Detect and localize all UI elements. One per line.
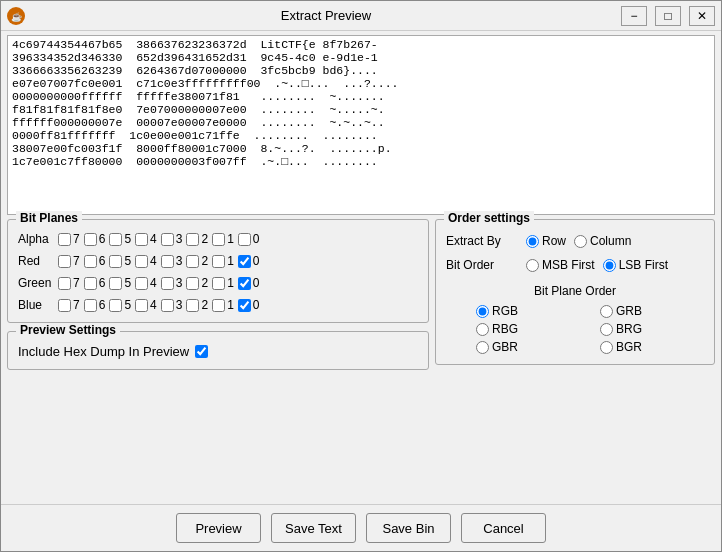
preview-line: ffffff000000007e 00007e00007e0000 ......… [12,116,710,129]
bpo-radio-brg[interactable] [600,323,613,336]
bit-number: 1 [227,298,234,312]
cancel-button[interactable]: Cancel [461,513,546,543]
bit-item-blue-0[interactable]: 0 [238,298,260,312]
minimize-button[interactable]: − [621,6,647,26]
bit-checkbox-blue-1[interactable] [212,299,225,312]
bit-item-blue-2[interactable]: 2 [186,298,208,312]
bit-checkbox-blue-0[interactable] [238,299,251,312]
extract-by-column-option[interactable]: Column [574,234,631,248]
bit-checkbox-blue-6[interactable] [84,299,97,312]
bit-checkbox-red-4[interactable] [135,255,148,268]
bit-item-alpha-2[interactable]: 2 [186,232,208,246]
extract-by-column-radio[interactable] [574,235,587,248]
bit-checkbox-alpha-0[interactable] [238,233,251,246]
save-text-button[interactable]: Save Text [271,513,356,543]
bit-checkbox-red-5[interactable] [109,255,122,268]
preview-text-area[interactable]: 4c69744354467b65 386637623236372d LitCTF… [7,35,715,215]
bpo-radio-rbg[interactable] [476,323,489,336]
bit-item-green-0[interactable]: 0 [238,276,260,290]
bpo-option-bgr[interactable]: BGR [600,340,704,354]
maximize-button[interactable]: □ [655,6,681,26]
bit-checkbox-red-6[interactable] [84,255,97,268]
bit-item-red-0[interactable]: 0 [238,254,260,268]
bpo-option-rgb[interactable]: RGB [476,304,580,318]
bpo-option-gbr[interactable]: GBR [476,340,580,354]
bit-checkbox-alpha-7[interactable] [58,233,71,246]
bit-item-alpha-4[interactable]: 4 [135,232,157,246]
bit-checkbox-blue-5[interactable] [109,299,122,312]
bottom-bar: Preview Save Text Save Bin Cancel [1,504,721,551]
bpo-option-rbg[interactable]: RBG [476,322,580,336]
save-bin-button[interactable]: Save Bin [366,513,451,543]
bpo-radio-gbr[interactable] [476,341,489,354]
close-button[interactable]: ✕ [689,6,715,26]
lsb-first-option[interactable]: LSB First [603,258,668,272]
bit-item-blue-7[interactable]: 7 [58,298,80,312]
bit-checkbox-alpha-4[interactable] [135,233,148,246]
bit-checkbox-alpha-6[interactable] [84,233,97,246]
bit-checkbox-red-7[interactable] [58,255,71,268]
bit-checkbox-blue-7[interactable] [58,299,71,312]
bit-item-green-7[interactable]: 7 [58,276,80,290]
bit-checkbox-green-0[interactable] [238,277,251,290]
bit-item-red-1[interactable]: 1 [212,254,234,268]
bit-item-red-5[interactable]: 5 [109,254,131,268]
bit-item-alpha-3[interactable]: 3 [161,232,183,246]
bit-checkbox-green-4[interactable] [135,277,148,290]
bit-item-red-2[interactable]: 2 [186,254,208,268]
bit-checkbox-green-6[interactable] [84,277,97,290]
preview-button[interactable]: Preview [176,513,261,543]
bit-checkbox-green-3[interactable] [161,277,174,290]
bit-item-red-7[interactable]: 7 [58,254,80,268]
bit-checkbox-green-7[interactable] [58,277,71,290]
bit-item-alpha-6[interactable]: 6 [84,232,106,246]
bit-checkbox-alpha-5[interactable] [109,233,122,246]
bpo-radio-rgb[interactable] [476,305,489,318]
bpo-radio-grb[interactable] [600,305,613,318]
bit-item-blue-1[interactable]: 1 [212,298,234,312]
bit-checkbox-green-5[interactable] [109,277,122,290]
bit-item-red-4[interactable]: 4 [135,254,157,268]
preview-line: 0000ff81fffffff 1c0e00e001c71ffe .......… [12,129,710,142]
bit-item-blue-3[interactable]: 3 [161,298,183,312]
bit-checkbox-blue-4[interactable] [135,299,148,312]
bit-item-alpha-1[interactable]: 1 [212,232,234,246]
bpo-radio-bgr[interactable] [600,341,613,354]
bpo-option-grb[interactable]: GRB [600,304,704,318]
bit-item-blue-4[interactable]: 4 [135,298,157,312]
bit-item-red-6[interactable]: 6 [84,254,106,268]
bit-checkbox-green-1[interactable] [212,277,225,290]
main-window: ☕ Extract Preview − □ ✕ 4c69744354467b65… [0,0,722,552]
bit-checkbox-alpha-3[interactable] [161,233,174,246]
bit-item-green-2[interactable]: 2 [186,276,208,290]
preview-line: 396334352d346330 652d396431652d31 9c45-4… [12,51,710,64]
bit-checkbox-red-0[interactable] [238,255,251,268]
bit-checkbox-blue-2[interactable] [186,299,199,312]
bit-checkbox-red-2[interactable] [186,255,199,268]
bpo-option-brg[interactable]: BRG [600,322,704,336]
bit-number: 0 [253,298,260,312]
bit-checkbox-red-3[interactable] [161,255,174,268]
bit-item-green-6[interactable]: 6 [84,276,106,290]
bit-item-green-4[interactable]: 4 [135,276,157,290]
bit-item-green-1[interactable]: 1 [212,276,234,290]
bit-item-red-3[interactable]: 3 [161,254,183,268]
bit-item-alpha-7[interactable]: 7 [58,232,80,246]
bit-checkbox-blue-3[interactable] [161,299,174,312]
bit-checkbox-red-1[interactable] [212,255,225,268]
extract-by-row-radio[interactable] [526,235,539,248]
bit-checkbox-green-2[interactable] [186,277,199,290]
msb-first-option[interactable]: MSB First [526,258,595,272]
bit-item-alpha-0[interactable]: 0 [238,232,260,246]
bit-item-blue-5[interactable]: 5 [109,298,131,312]
bit-item-green-3[interactable]: 3 [161,276,183,290]
extract-by-row-option[interactable]: Row [526,234,566,248]
msb-first-radio[interactable] [526,259,539,272]
bit-item-alpha-5[interactable]: 5 [109,232,131,246]
bit-item-green-5[interactable]: 5 [109,276,131,290]
lsb-first-radio[interactable] [603,259,616,272]
bit-checkbox-alpha-1[interactable] [212,233,225,246]
bit-item-blue-6[interactable]: 6 [84,298,106,312]
bit-checkbox-alpha-2[interactable] [186,233,199,246]
hex-dump-checkbox[interactable] [195,345,208,358]
